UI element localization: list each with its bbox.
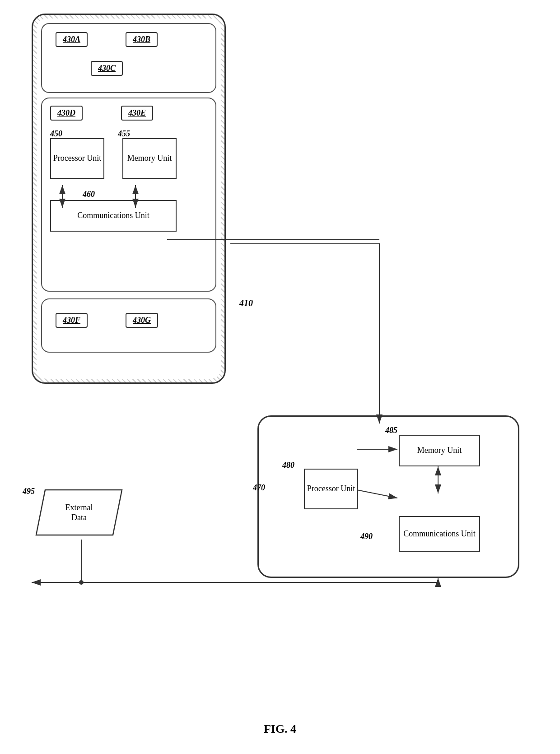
right-device: Processor Unit Memory Unit Communication… bbox=[257, 415, 519, 578]
label-480: 480 bbox=[282, 461, 294, 470]
label-410: 410 bbox=[239, 298, 253, 308]
module-430C: 430C bbox=[91, 61, 123, 76]
comms-unit-left: Communications Unit bbox=[50, 200, 177, 232]
fig-label: FIG. 4 bbox=[264, 722, 296, 736]
diagram-container: 430A 430B 430C 430D 430E 450 455 Process… bbox=[18, 9, 542, 740]
svg-marker-0 bbox=[36, 490, 122, 535]
label-495: 495 bbox=[23, 487, 35, 496]
module-430B: 430B bbox=[126, 32, 158, 47]
memory-unit-right: Memory Unit bbox=[399, 435, 480, 466]
memory-unit-left: Memory Unit bbox=[122, 138, 177, 179]
module-430A: 430A bbox=[56, 32, 88, 47]
svg-point-15 bbox=[79, 580, 84, 585]
section-top: 430A 430B 430C bbox=[41, 23, 216, 93]
svg-text:External: External bbox=[65, 503, 93, 512]
label-490: 490 bbox=[360, 532, 373, 541]
label-485: 485 bbox=[385, 426, 397, 435]
label-450: 450 bbox=[50, 129, 62, 139]
label-455: 455 bbox=[118, 129, 130, 139]
svg-text:Data: Data bbox=[71, 513, 87, 522]
label-460: 460 bbox=[83, 190, 95, 199]
main-device: 430A 430B 430C 430D 430E 450 455 Process… bbox=[32, 14, 226, 384]
processor-unit-left: Processor Unit bbox=[50, 138, 104, 179]
comms-unit-right: Communications Unit bbox=[399, 516, 480, 552]
section-bot: 430F 430G bbox=[41, 298, 216, 353]
module-430E: 430E bbox=[121, 106, 153, 121]
main-device-inner: 430A 430B 430C 430D 430E 450 455 Process… bbox=[37, 19, 221, 379]
module-430F: 430F bbox=[56, 313, 88, 328]
section-mid: 430D 430E 450 455 Processor Unit Memory … bbox=[41, 98, 216, 292]
label-470: 470 bbox=[253, 483, 265, 493]
module-430D: 430D bbox=[50, 106, 83, 121]
external-data: External Data bbox=[32, 488, 126, 537]
module-430G: 430G bbox=[126, 313, 158, 328]
processor-unit-right: Processor Unit bbox=[304, 469, 358, 509]
